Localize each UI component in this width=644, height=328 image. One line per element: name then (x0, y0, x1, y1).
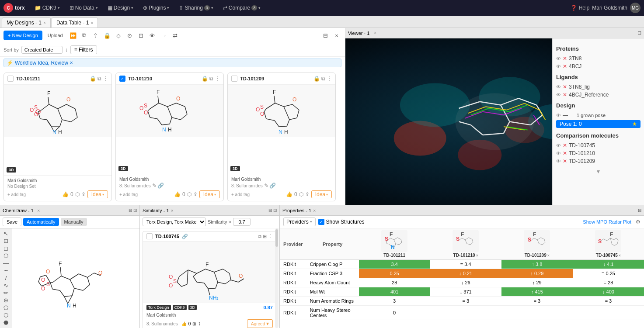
thumbs-up-icon-td101209[interactable]: 👍 (286, 191, 292, 197)
share-design-icon[interactable]: ⇪ (91, 31, 101, 40)
tag-badge-td101210[interactable]: Idea ▾ (199, 190, 220, 198)
edit-set-icon-td101210[interactable]: ✎ (152, 183, 157, 189)
nav-cdk9[interactable]: 📁 CDK9 ▾ (31, 3, 63, 13)
grid-sim-icon[interactable]: ⊞ (263, 234, 267, 239)
sort-select[interactable]: Created Date (21, 46, 63, 54)
tab-data-table[interactable]: Data Table - 1 × (52, 17, 98, 28)
export-card-icon-td101211[interactable]: ⇪ (81, 191, 86, 197)
tag-badge-td101211[interactable]: Idea ▾ (87, 190, 108, 198)
sim-card-check-td100745[interactable] (146, 233, 153, 239)
share-card-icon-td101211[interactable]: ⬡ (75, 191, 80, 197)
add-tag-td101209[interactable]: + add tag (231, 192, 250, 197)
cd-bond-tool[interactable]: ⬡ (1, 252, 11, 259)
cd-cursor-tool[interactable]: ↖ (1, 230, 11, 237)
close-my-designs-tab[interactable]: × (43, 21, 46, 25)
cd-hexagon-tool[interactable]: ⬡ (1, 312, 11, 318)
settings-mpo-icon[interactable]: ⚙ (636, 219, 641, 225)
help-button[interactable]: ❓ Help (571, 5, 590, 11)
new-design-button[interactable]: + New Design (3, 31, 42, 40)
comparison-td100745[interactable]: 👁 ✕ TD-100745 (556, 142, 641, 149)
export-card-icon-td101210[interactable]: ⇪ (193, 191, 198, 197)
pose-highlight-row[interactable]: Pose 1: 0 ★ (556, 120, 641, 128)
add-tag-td101210[interactable]: + add tag (119, 192, 138, 197)
minimize-properties-icon[interactable]: ⊟ (638, 208, 641, 213)
grown-pose-row[interactable]: 👁 — — 1 grown pose (556, 111, 641, 119)
tag-badge-td101209[interactable]: Idea ▾ (311, 190, 332, 198)
close-similarity-tab[interactable]: × (171, 208, 174, 213)
refresh-icon[interactable]: ⊙ (125, 31, 135, 40)
card-checkbox-td101211[interactable] (7, 76, 14, 82)
nav-no-data[interactable]: ⊞ No Data ▾ (66, 3, 101, 13)
sim-share-icon[interactable]: ⇪ (198, 321, 201, 326)
nav-plugins[interactable]: ⊕ Plugins ▾ (139, 3, 173, 13)
nav-compare[interactable]: ⇄ Compare 3 ▾ (219, 3, 264, 13)
eye-icon[interactable]: 👁 (148, 31, 157, 40)
add-tag-td101211[interactable]: + add tag (7, 192, 26, 197)
ligand-4bcj[interactable]: 👁 ✕ 4BCJ_Reference (556, 91, 641, 99)
col-close-td101210[interactable]: × (476, 253, 478, 258)
cd-chain-tool[interactable]: ∿ (1, 282, 11, 289)
duplicate-icon-td101211[interactable]: ⧉ (97, 76, 101, 82)
cd-dash-tool[interactable]: ╌ (1, 267, 11, 274)
similarity-scrollbar-thumb[interactable] (275, 229, 278, 247)
share-card-icon-td101209[interactable]: ⬡ (299, 191, 303, 197)
more-sim-icon[interactable]: ⋮ (268, 234, 273, 239)
duplicate-icon-td101209[interactable]: ⧉ (321, 76, 325, 82)
cd-octagon-tool[interactable]: ⬣ (1, 319, 11, 326)
link-icon-td100745[interactable]: 🔗 (182, 234, 188, 239)
nav-sharing[interactable]: ⇧ Sharing 0 ▾ (175, 3, 216, 13)
arrow-right-icon[interactable]: → (159, 31, 169, 40)
mpo-radar-button[interactable]: Show MPO Radar Plot (583, 219, 631, 224)
similarity-filter-select[interactable]: Torx Design, Torx Make (143, 218, 206, 226)
col-close-td101209[interactable]: × (547, 253, 550, 258)
comparison-td101209[interactable]: 👁 ✕ TD-101209 (556, 157, 641, 165)
tag-icon[interactable]: ◇ (114, 31, 123, 40)
cd-arrow-tool[interactable]: / (1, 275, 11, 281)
link-set-icon-td101210[interactable]: 🔗 (157, 183, 164, 189)
show-structures-checkbox[interactable]: ✓ (318, 219, 324, 225)
fast-forward-icon[interactable]: ⏩ (68, 31, 78, 40)
thumbs-up-icon-td101210[interactable]: 👍 (174, 191, 181, 197)
save-chemdraw-button[interactable]: Save (3, 218, 21, 226)
user-menu[interactable]: Mari Goldsmith MG (592, 3, 641, 13)
minimize-chemdraw-icon[interactable]: ⊟ (129, 208, 132, 213)
sim-grid-icon[interactable]: ⊞ (192, 321, 196, 326)
cd-eraser-tool[interactable]: ◻ (1, 245, 11, 252)
card-checkbox-td101209[interactable] (231, 76, 237, 82)
close-chemdraw-tab[interactable]: × (37, 208, 40, 213)
sort-direction-icon[interactable]: ↓ (65, 47, 68, 53)
providers-button[interactable]: Providers ≡ (283, 218, 316, 226)
arrow-left-right-icon[interactable]: ⇄ (171, 31, 180, 40)
app-logo[interactable]: C torx (3, 3, 25, 13)
edit-set-icon-td101209[interactable]: ✎ (264, 183, 268, 189)
close-data-table-tab[interactable]: × (91, 21, 93, 25)
remove-workflow-tag[interactable]: × (70, 60, 73, 66)
close-panel-icon[interactable]: × (332, 31, 341, 40)
more-icon-td101211[interactable]: ⋮ (103, 76, 108, 82)
ligand-3tn8[interactable]: 👁 ✕ 3TN8_lig (556, 83, 641, 91)
cd-pentagon-tool[interactable]: ⬠ (1, 304, 11, 311)
minimize-panel-icon[interactable]: ⊟ (320, 31, 330, 40)
show-structures-toggle[interactable]: ✓ Show Structures (318, 219, 365, 225)
upload-button[interactable]: Upload (45, 31, 66, 40)
protein-3tn8[interactable]: 👁 ✕ 3TN8 (556, 55, 641, 62)
cd-ring-tool[interactable]: — (1, 260, 11, 266)
tab-my-designs[interactable]: My Designs - 1 × (2, 17, 51, 28)
share-card-icon-td101210[interactable]: ⬡ (187, 191, 191, 197)
nav-design[interactable]: ▦ Design ▾ (104, 3, 137, 13)
sidebar-collapse-bottom[interactable]: ▼ (556, 169, 641, 175)
more-icon-td101209[interactable]: ⋮ (327, 76, 332, 82)
link-set-icon-td101209[interactable]: 🔗 (269, 183, 276, 189)
cd-freehand-tool[interactable]: ✏ (1, 290, 11, 296)
filters-button[interactable]: ≡ Filters (70, 45, 97, 54)
manual-chemdraw-button[interactable]: Manually (61, 218, 87, 226)
similarity-threshold-input[interactable] (233, 218, 251, 226)
close-viewer-tab[interactable]: × (374, 31, 376, 35)
sim-thumbs-icon[interactable]: 👍 (181, 321, 187, 326)
copy-icon[interactable]: ⧉ (80, 31, 89, 40)
export-card-icon-td101209[interactable]: ⇪ (305, 191, 310, 197)
delete-icon[interactable]: ⊡ (136, 31, 146, 40)
close-properties-tab[interactable]: × (313, 208, 316, 213)
cd-atom-tool[interactable]: ⊕ (1, 297, 11, 304)
col-close-td100745[interactable]: × (619, 253, 621, 258)
